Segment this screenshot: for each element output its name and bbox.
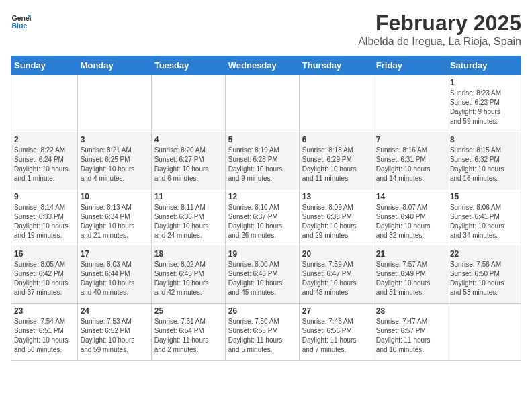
day-number: 13: [302, 192, 370, 201]
calendar-day: 1Sunrise: 8:23 AM Sunset: 6:23 PM Daylig…: [447, 75, 521, 132]
column-header-sunday: Sunday: [11, 56, 78, 75]
day-number: 27: [302, 306, 370, 316]
day-info: Sunrise: 8:15 AM Sunset: 6:32 PM Dayligh…: [450, 146, 518, 183]
calendar-week-2: 2Sunrise: 8:22 AM Sunset: 6:24 PM Daylig…: [11, 132, 521, 189]
day-number: 21: [376, 249, 444, 259]
day-info: Sunrise: 8:14 AM Sunset: 6:33 PM Dayligh…: [14, 203, 75, 240]
day-number: 8: [450, 135, 518, 144]
day-info: Sunrise: 8:05 AM Sunset: 6:42 PM Dayligh…: [14, 260, 75, 298]
column-header-thursday: Thursday: [299, 56, 373, 75]
svg-text:Blue: Blue: [12, 21, 28, 30]
calendar-week-4: 16Sunrise: 8:05 AM Sunset: 6:42 PM Dayli…: [11, 246, 521, 304]
day-info: Sunrise: 8:02 AM Sunset: 6:45 PM Dayligh…: [154, 260, 222, 298]
day-number: 16: [14, 249, 75, 259]
calendar-day: 12Sunrise: 8:10 AM Sunset: 6:37 PM Dayli…: [225, 189, 299, 246]
day-number: 18: [154, 249, 222, 259]
day-info: Sunrise: 8:19 AM Sunset: 6:28 PM Dayligh…: [228, 146, 296, 183]
day-info: Sunrise: 7:48 AM Sunset: 6:56 PM Dayligh…: [302, 317, 370, 355]
calendar-day: 28Sunrise: 7:47 AM Sunset: 6:57 PM Dayli…: [373, 304, 447, 361]
day-number: 9: [14, 192, 75, 201]
logo: General Blue: [11, 11, 31, 31]
day-number: 24: [81, 306, 148, 316]
column-header-monday: Monday: [77, 56, 151, 75]
calendar-day: 3Sunrise: 8:21 AM Sunset: 6:25 PM Daylig…: [77, 132, 151, 189]
page-subtitle: Albelda de Iregua, La Rioja, Spain: [358, 36, 521, 48]
day-info: Sunrise: 7:51 AM Sunset: 6:54 PM Dayligh…: [154, 317, 222, 355]
column-header-tuesday: Tuesday: [151, 56, 225, 75]
day-info: Sunrise: 8:23 AM Sunset: 6:23 PM Dayligh…: [450, 89, 518, 126]
day-info: Sunrise: 8:21 AM Sunset: 6:25 PM Dayligh…: [81, 146, 148, 183]
calendar-day: 9Sunrise: 8:14 AM Sunset: 6:33 PM Daylig…: [11, 189, 78, 246]
day-number: 26: [228, 306, 296, 316]
column-header-friday: Friday: [373, 56, 447, 75]
title-section: February 2025 Albelda de Iregua, La Rioj…: [358, 11, 521, 48]
calendar-day: 10Sunrise: 8:13 AM Sunset: 6:34 PM Dayli…: [77, 189, 151, 246]
calendar-day: 23Sunrise: 7:54 AM Sunset: 6:51 PM Dayli…: [11, 304, 78, 361]
day-number: 4: [154, 135, 222, 144]
day-number: 10: [81, 192, 148, 201]
day-number: 3: [81, 135, 148, 144]
calendar-week-1: 1Sunrise: 8:23 AM Sunset: 6:23 PM Daylig…: [11, 75, 521, 132]
calendar-day: 20Sunrise: 7:59 AM Sunset: 6:47 PM Dayli…: [299, 246, 373, 304]
day-info: Sunrise: 8:13 AM Sunset: 6:34 PM Dayligh…: [81, 203, 148, 240]
calendar-day: 15Sunrise: 8:06 AM Sunset: 6:41 PM Dayli…: [447, 189, 521, 246]
calendar-week-3: 9Sunrise: 8:14 AM Sunset: 6:33 PM Daylig…: [11, 189, 521, 246]
day-info: Sunrise: 8:03 AM Sunset: 6:44 PM Dayligh…: [81, 260, 148, 298]
logo-icon: General Blue: [11, 11, 31, 31]
day-info: Sunrise: 8:00 AM Sunset: 6:46 PM Dayligh…: [228, 260, 296, 298]
calendar-day: 27Sunrise: 7:48 AM Sunset: 6:56 PM Dayli…: [299, 304, 373, 361]
day-info: Sunrise: 8:10 AM Sunset: 6:37 PM Dayligh…: [228, 203, 296, 240]
calendar-day: [77, 75, 151, 132]
day-number: 11: [154, 192, 222, 201]
calendar-day: 13Sunrise: 8:09 AM Sunset: 6:38 PM Dayli…: [299, 189, 373, 246]
calendar-day: 8Sunrise: 8:15 AM Sunset: 6:32 PM Daylig…: [447, 132, 521, 189]
day-number: 19: [228, 249, 296, 259]
day-info: Sunrise: 8:16 AM Sunset: 6:31 PM Dayligh…: [376, 146, 444, 183]
calendar-day: [225, 75, 299, 132]
calendar-day: 22Sunrise: 7:56 AM Sunset: 6:50 PM Dayli…: [447, 246, 521, 304]
day-number: 17: [81, 249, 148, 259]
day-number: 20: [302, 249, 370, 259]
calendar-day: [447, 304, 521, 361]
calendar-day: 5Sunrise: 8:19 AM Sunset: 6:28 PM Daylig…: [225, 132, 299, 189]
calendar-week-5: 23Sunrise: 7:54 AM Sunset: 6:51 PM Dayli…: [11, 304, 521, 361]
day-number: 7: [376, 135, 444, 144]
day-info: Sunrise: 7:56 AM Sunset: 6:50 PM Dayligh…: [450, 260, 518, 298]
calendar-day: 19Sunrise: 8:00 AM Sunset: 6:46 PM Dayli…: [225, 246, 299, 304]
day-info: Sunrise: 7:57 AM Sunset: 6:49 PM Dayligh…: [376, 260, 444, 298]
column-header-saturday: Saturday: [447, 56, 521, 75]
calendar-day: [299, 75, 373, 132]
day-info: Sunrise: 8:11 AM Sunset: 6:36 PM Dayligh…: [154, 203, 222, 240]
calendar-day: 21Sunrise: 7:57 AM Sunset: 6:49 PM Dayli…: [373, 246, 447, 304]
day-number: 5: [228, 135, 296, 144]
day-info: Sunrise: 7:53 AM Sunset: 6:52 PM Dayligh…: [81, 317, 148, 355]
calendar-day: [151, 75, 225, 132]
calendar-day: 7Sunrise: 8:16 AM Sunset: 6:31 PM Daylig…: [373, 132, 447, 189]
day-number: 6: [302, 135, 370, 144]
calendar-day: 24Sunrise: 7:53 AM Sunset: 6:52 PM Dayli…: [77, 304, 151, 361]
calendar-day: 26Sunrise: 7:50 AM Sunset: 6:55 PM Dayli…: [225, 304, 299, 361]
calendar-day: 18Sunrise: 8:02 AM Sunset: 6:45 PM Dayli…: [151, 246, 225, 304]
calendar-day: 16Sunrise: 8:05 AM Sunset: 6:42 PM Dayli…: [11, 246, 78, 304]
calendar-day: 2Sunrise: 8:22 AM Sunset: 6:24 PM Daylig…: [11, 132, 78, 189]
day-info: Sunrise: 7:50 AM Sunset: 6:55 PM Dayligh…: [228, 317, 296, 355]
calendar-day: 14Sunrise: 8:07 AM Sunset: 6:40 PM Dayli…: [373, 189, 447, 246]
day-info: Sunrise: 8:22 AM Sunset: 6:24 PM Dayligh…: [14, 146, 75, 183]
day-number: 22: [450, 249, 518, 259]
day-number: 28: [376, 306, 444, 316]
calendar-header-row: SundayMondayTuesdayWednesdayThursdayFrid…: [11, 56, 521, 75]
day-number: 15: [450, 192, 518, 201]
calendar-day: [11, 75, 78, 132]
calendar-day: [373, 75, 447, 132]
calendar-day: 11Sunrise: 8:11 AM Sunset: 6:36 PM Dayli…: [151, 189, 225, 246]
calendar-table: SundayMondayTuesdayWednesdayThursdayFrid…: [11, 56, 521, 361]
day-number: 23: [14, 306, 75, 316]
day-number: 14: [376, 192, 444, 201]
calendar-day: 25Sunrise: 7:51 AM Sunset: 6:54 PM Dayli…: [151, 304, 225, 361]
day-info: Sunrise: 8:07 AM Sunset: 6:40 PM Dayligh…: [376, 203, 444, 240]
day-number: 25: [154, 306, 222, 316]
day-number: 12: [228, 192, 296, 201]
day-info: Sunrise: 8:09 AM Sunset: 6:38 PM Dayligh…: [302, 203, 370, 240]
day-info: Sunrise: 8:06 AM Sunset: 6:41 PM Dayligh…: [450, 203, 518, 240]
column-header-wednesday: Wednesday: [225, 56, 299, 75]
